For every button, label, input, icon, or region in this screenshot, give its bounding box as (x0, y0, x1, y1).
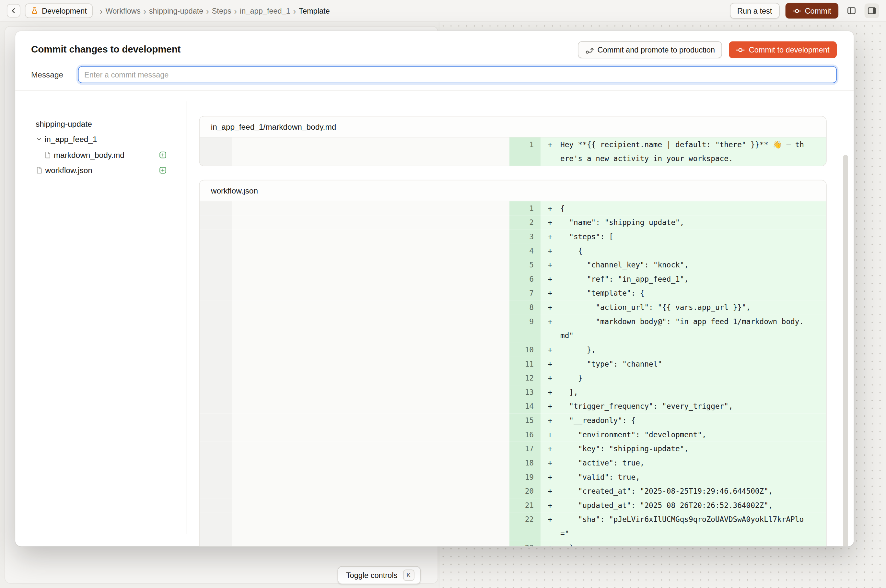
old-line-content (232, 456, 510, 470)
old-line-content (232, 498, 510, 513)
breadcrumb-separator: › (143, 6, 146, 15)
diff-row: 14 + "trigger_frequency": "every_trigger… (199, 399, 826, 414)
diff-code-text: "valid": true, (560, 470, 806, 484)
breadcrumb-template: Template (299, 6, 330, 15)
old-line-gutter (199, 343, 232, 357)
new-line-number: 14 (510, 399, 541, 414)
new-line-number: 1 (510, 201, 541, 216)
diff-panel-workflow-json: workflow.json 1 + { 2 + "name": "shippin… (199, 180, 827, 546)
tree-folder-label: in_app_feed_1 (45, 135, 167, 144)
new-line-number: 6 (510, 272, 541, 286)
vertical-divider (187, 101, 187, 534)
diff-sign: + (548, 314, 560, 343)
old-line-gutter (199, 258, 232, 272)
diff-row: 21 + "updated_at": "2025-08-26T20:26:52.… (199, 498, 826, 513)
tree-root-workflow[interactable]: shipping-update (36, 116, 167, 132)
new-line-content: + "active": true, (541, 456, 827, 470)
new-line-number: 7 (510, 286, 541, 300)
old-line-content (232, 201, 510, 216)
diff-code-text: "name": "shipping-update", (560, 216, 806, 230)
old-line-content (232, 314, 510, 343)
diff-sign: + (548, 456, 560, 470)
old-line-gutter (199, 201, 232, 216)
environment-selector[interactable]: Development (25, 3, 93, 18)
old-line-content (232, 470, 510, 484)
old-line-content (232, 258, 510, 272)
app-header: Development › Workflows › shipping-updat… (0, 0, 886, 22)
diff-row: 20 + "created_at": "2025-08-25T19:29:46.… (199, 484, 826, 498)
diff-code-text: }, (560, 343, 806, 357)
diff-code-text: "updated_at": "2025-08-26T20:26:52.36400… (560, 498, 806, 513)
new-line-content: + } (541, 541, 827, 546)
commit-button[interactable]: Commit (785, 3, 839, 19)
old-line-content (232, 244, 510, 258)
old-line-gutter (199, 385, 232, 399)
old-line-content (232, 138, 510, 166)
diff-row: 4 + { (199, 244, 826, 258)
new-line-number: 8 (510, 300, 541, 314)
diff-panel-markdown-body: in_app_feed_1/markdown_body.md 1 + Hey *… (199, 116, 827, 166)
commit-to-development-button[interactable]: Commit to development (729, 41, 837, 58)
old-line-gutter (199, 484, 232, 498)
breadcrumb-workflows[interactable]: Workflows (105, 6, 140, 15)
old-line-gutter (199, 357, 232, 371)
breadcrumb-step-ref[interactable]: in_app_feed_1 (240, 6, 290, 15)
commit-and-promote-button[interactable]: Commit and promote to production (577, 41, 722, 58)
diff-sign: + (548, 413, 560, 428)
back-button[interactable] (7, 4, 20, 18)
diff-sign: + (548, 357, 560, 371)
diff-sign: + (548, 442, 560, 456)
diff-code-text: "key": "shipping-update", (560, 442, 806, 456)
toggle-left-panel-button[interactable] (844, 3, 859, 18)
toggle-controls-kbd: K (403, 570, 414, 581)
old-line-gutter (199, 513, 232, 541)
diff-view: in_app_feed_1/markdown_body.md 1 + Hey *… (187, 91, 854, 546)
breadcrumb-steps[interactable]: Steps (212, 6, 231, 15)
diff-row: 17 + "key": "shipping-update", (199, 442, 826, 456)
diff-row: 5 + "channel_key": "knock", (199, 258, 826, 272)
tree-folder-in-app-feed[interactable]: in_app_feed_1 (36, 132, 167, 147)
new-line-content: + "ref": "in_app_feed_1", (541, 272, 827, 286)
diff-code-text: "ref": "in_app_feed_1", (560, 272, 806, 286)
chevron-left-icon (10, 8, 17, 14)
diff-filename: workflow.json (199, 180, 826, 202)
new-line-content: + "created_at": "2025-08-25T19:29:46.644… (541, 484, 827, 498)
old-line-content (232, 286, 510, 300)
new-line-content: + "key": "shipping-update", (541, 442, 827, 456)
old-line-gutter (199, 286, 232, 300)
tree-file-markdown-body[interactable]: markdown_body.md (44, 147, 167, 163)
diff-code-text: "steps": [ (560, 230, 806, 244)
toggle-controls-button[interactable]: Toggle controls K (338, 566, 421, 584)
old-line-gutter (199, 230, 232, 244)
panel-left-icon (847, 6, 856, 15)
diff-row: 23 + } (199, 541, 826, 546)
commit-message-input[interactable] (78, 66, 837, 83)
breadcrumb-workflow-key[interactable]: shipping-update (149, 6, 204, 15)
diff-body: 1 + { 2 + "name": "shipping-update", 3 +… (199, 201, 826, 546)
diff-body: 1 + Hey **{{ recipient.name | default: "… (199, 138, 826, 166)
chevron-down-icon (36, 136, 42, 142)
new-line-number: 1 (510, 138, 541, 166)
new-line-number: 23 (510, 541, 541, 546)
new-line-number: 15 (510, 413, 541, 428)
promote-icon (585, 45, 594, 54)
new-line-number: 20 (510, 484, 541, 498)
changed-files-tree: shipping-update in_app_feed_1 markdown_b… (15, 91, 187, 546)
toggle-right-panel-button[interactable] (865, 3, 879, 18)
old-line-gutter (199, 456, 232, 470)
diff-sign: + (548, 498, 560, 513)
diff-row: 18 + "active": true, (199, 456, 826, 470)
commit-label: Commit (805, 6, 831, 15)
modal-scrollbar-thumb[interactable] (843, 155, 848, 546)
old-line-gutter (199, 541, 232, 546)
old-line-content (232, 216, 510, 230)
old-line-gutter (199, 498, 232, 513)
commit-modal-header: Commit changes to development Commit and… (15, 31, 854, 91)
new-line-content: + "steps": [ (541, 230, 827, 244)
modal-title: Commit changes to development (31, 44, 180, 56)
new-line-content: + "valid": true, (541, 470, 827, 484)
diff-row: 2 + "name": "shipping-update", (199, 216, 826, 230)
run-a-test-button[interactable]: Run a test (730, 3, 780, 19)
diff-code-text: { (560, 201, 806, 216)
tree-file-workflow-json[interactable]: workflow.json (36, 163, 167, 178)
